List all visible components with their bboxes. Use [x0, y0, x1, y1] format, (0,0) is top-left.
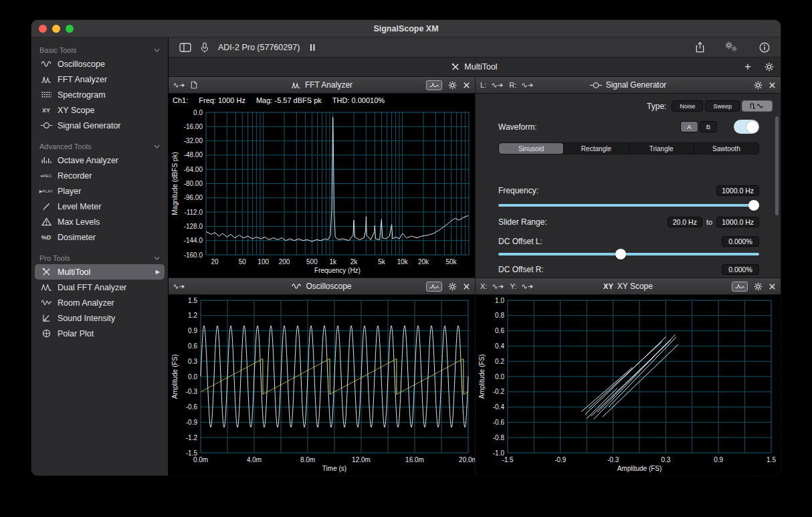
svg-text:20k: 20k	[418, 258, 429, 266]
sound-intensity-icon	[38, 314, 54, 322]
gear-icon[interactable]	[754, 282, 763, 291]
sidebar-item-fft-analyzer[interactable]: FFT Analyzer	[35, 72, 165, 87]
frequency-slider-track[interactable]	[498, 204, 759, 207]
sidebar-toggle-icon[interactable]	[179, 43, 191, 52]
snapshot-icon[interactable]	[191, 81, 197, 89]
input-signal-icon[interactable]	[173, 82, 185, 89]
section-label: Advanced Tools	[39, 142, 91, 150]
dc-offset-l-slider-track[interactable]	[498, 253, 759, 255]
dc-offset-l-slider[interactable]	[498, 248, 759, 260]
sweep-button[interactable]: Sweep	[705, 100, 740, 112]
frequency-slider[interactable]	[498, 199, 759, 211]
sidebar-item-sound-intensity[interactable]: Sound Intensity	[35, 310, 165, 326]
spectrogram-icon	[38, 91, 54, 98]
svg-text:0.0: 0.0	[188, 373, 197, 381]
sidebar-item-label: Polar Plot	[58, 329, 94, 338]
waveform-type-button[interactable]	[742, 100, 773, 112]
gear-icon[interactable]	[448, 81, 457, 90]
chart-display-button[interactable]	[732, 282, 748, 292]
right-channel-signal-icon[interactable]	[522, 82, 534, 89]
sidebar-item-polar-plot[interactable]: Polar Plot	[35, 326, 165, 341]
sidebar-section-advanced-tools[interactable]: Advanced Tools	[31, 140, 168, 152]
frequency-value-field[interactable]: 1000.0 Hz	[716, 185, 759, 196]
x-channel-signal-icon[interactable]	[492, 283, 504, 290]
sidebar-item-spectrogram[interactable]: Spectrogram	[35, 87, 165, 102]
microphone-icon[interactable]	[201, 42, 209, 53]
close-icon[interactable]	[463, 283, 470, 290]
readout-thd: THD: 0.00010%	[332, 96, 385, 104]
chart-display-button[interactable]	[426, 282, 442, 292]
sidebar-section-pro-tools[interactable]: Pro Tools	[31, 251, 168, 264]
svg-text:0.4: 0.4	[495, 342, 504, 350]
dc-offset-l-slider-knob[interactable]	[615, 249, 626, 260]
svg-text:-32.00: -32.00	[184, 137, 203, 144]
output-toggle[interactable]	[734, 120, 759, 134]
pause-icon[interactable]	[309, 43, 316, 51]
sidebar-item-label: Player	[58, 187, 81, 196]
frequency-label: Frequency:	[498, 186, 538, 195]
info-icon[interactable]	[759, 42, 770, 53]
input-signal-icon[interactable]	[173, 283, 185, 290]
close-window-button[interactable]	[39, 25, 47, 33]
svg-text:12.0m: 12.0m	[352, 456, 371, 463]
waveform-option-sinusoid[interactable]: Sinusoid	[499, 143, 563, 154]
minimize-window-button[interactable]	[52, 25, 60, 33]
run-indicator-icon: ▶	[156, 269, 160, 275]
gear-icon[interactable]	[448, 282, 457, 291]
audio-device-selector[interactable]: ADI-2 Pro (57760297)	[218, 43, 300, 52]
sidebar-item-xy-scope[interactable]: XY XY Scope	[35, 102, 165, 118]
dc-offset-l-label: DC Offset L:	[498, 237, 542, 246]
left-channel-signal-icon[interactable]	[492, 82, 504, 89]
close-icon[interactable]	[769, 82, 776, 89]
add-tab-button[interactable]: +	[744, 58, 751, 76]
svg-text:-160.0: -160.0	[184, 251, 203, 259]
sidebar-item-octave-analyzer[interactable]: Octave Analyzer	[35, 152, 165, 168]
sidebar-section-basic-tools[interactable]: Basic Tools	[31, 43, 168, 56]
fft-plot[interactable]: 0.0-16.00-32.00-48.00-64.00-80.00-96.00-…	[169, 107, 475, 278]
chart-display-button[interactable]	[426, 80, 442, 90]
channel-a-button[interactable]: A	[680, 121, 698, 132]
sidebar-item-recorder[interactable]: ●REC Recorder	[35, 168, 165, 183]
waveform-option-sawtooth[interactable]: Sawtooth	[694, 143, 758, 154]
svg-text:0.8: 0.8	[495, 312, 504, 319]
svg-text:Amplitude (FS): Amplitude (FS)	[478, 354, 486, 399]
waveform-option-rectangle[interactable]: Rectangle	[563, 143, 628, 154]
svg-text:-0.9: -0.9	[186, 419, 198, 426]
sidebar-item-oscilloscope[interactable]: Oscilloscope	[35, 56, 165, 72]
svg-text:16.0m: 16.0m	[405, 456, 424, 463]
scrollbar[interactable]	[775, 116, 779, 215]
sidebar-item-signal-generator[interactable]: Signal Generator	[35, 118, 165, 133]
gear-icon[interactable]	[765, 58, 774, 76]
svg-text:-80.00: -80.00	[184, 180, 203, 187]
y-channel-signal-icon[interactable]	[522, 283, 534, 290]
svg-text:50k: 50k	[445, 258, 457, 266]
slider-range-max-field[interactable]: 1000.0 Hz	[716, 217, 759, 227]
oscilloscope-plot[interactable]: 1.51.20.90.60.30.0-0.3-0.6-0.9-1.2-1.50.…	[169, 295, 475, 476]
gear-icon[interactable]	[754, 81, 763, 90]
waveform-option-triangle[interactable]: Triangle	[629, 143, 694, 154]
sidebar-item-level-meter[interactable]: Level Meter	[35, 199, 165, 214]
noise-button[interactable]: Noise	[672, 100, 703, 112]
xy-plot[interactable]: 1.00.80.60.40.20.0-0.2-0.4-0.6-0.8-1.0-1…	[476, 295, 781, 476]
sidebar-item-multitool[interactable]: MultiTool ▶	[35, 264, 165, 280]
zoom-window-button[interactable]	[66, 25, 74, 33]
sidebar-item-label: Dual FFT Analyzer	[58, 283, 126, 292]
share-icon[interactable]	[695, 41, 705, 53]
sidebar-item-max-levels[interactable]: Max Levels	[35, 214, 165, 229]
svg-text:0.0: 0.0	[495, 373, 504, 381]
dc-offset-l-field[interactable]: 0.000%	[722, 236, 759, 247]
channel-b-button[interactable]: B	[700, 121, 717, 132]
sidebar-item-player[interactable]: ▶PLAY Player	[35, 183, 165, 199]
sidebar-item-dual-fft-analyzer[interactable]: Dual FFT Analyzer	[35, 280, 165, 295]
svg-text:-144.0: -144.0	[184, 237, 203, 244]
dc-offset-r-field[interactable]: 0.000%	[722, 264, 759, 275]
fft-readout: Ch1: Freq: 1000 Hz Mag: -5.57 dBFS pk TH…	[169, 94, 475, 107]
sidebar-item-room-analyzer[interactable]: Room Analyzer	[35, 295, 165, 310]
slider-range-min-field[interactable]: 20.0 Hz	[668, 217, 702, 227]
close-icon[interactable]	[463, 82, 470, 89]
tab-multitool[interactable]: MultiTool	[451, 62, 497, 72]
close-icon[interactable]	[769, 283, 776, 290]
sidebar-item-dosimeter[interactable]: %D Dosimeter	[35, 229, 165, 245]
settings-gears-icon[interactable]	[725, 41, 739, 53]
frequency-slider-knob[interactable]	[748, 200, 759, 211]
